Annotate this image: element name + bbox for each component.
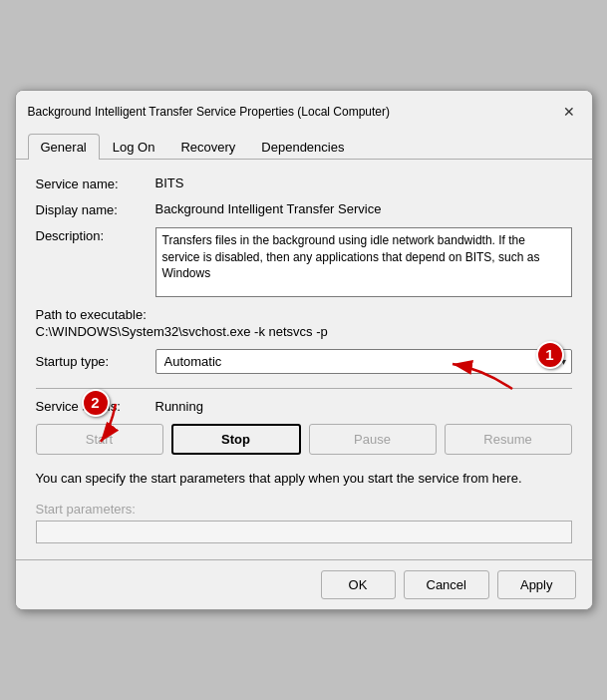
service-status-row: Service status: Running: [36, 399, 572, 414]
path-section: Path to executable: C:\WINDOWS\System32\…: [36, 307, 572, 339]
cancel-button[interactable]: Cancel: [404, 570, 489, 599]
ok-button[interactable]: OK: [321, 570, 396, 599]
stop-button[interactable]: Stop: [171, 424, 301, 455]
title-bar: Background Intelligent Transfer Service …: [16, 91, 592, 123]
window-title: Background Intelligent Transfer Service …: [28, 105, 391, 119]
tab-logon[interactable]: Log On: [100, 134, 168, 160]
annotation-circle-2: 2: [82, 389, 110, 417]
service-name-label: Service name:: [36, 175, 155, 191]
display-name-row: Display name: Background Intelligent Tra…: [36, 201, 572, 217]
start-params-input[interactable]: [36, 521, 572, 543]
tab-recovery[interactable]: Recovery: [167, 134, 248, 160]
pause-button[interactable]: Pause: [309, 424, 437, 455]
display-name-value: Background Intelligent Transfer Service: [155, 201, 382, 216]
description-row: Description:: [36, 227, 572, 297]
tab-content: Service name: BITS Display name: Backgro…: [16, 160, 592, 560]
annotation-circle-1: 1: [536, 341, 564, 369]
tab-general[interactable]: General: [28, 134, 100, 160]
start-button[interactable]: Start: [36, 424, 163, 455]
service-name-row: Service name: BITS: [36, 175, 572, 191]
startup-type-label: Startup type:: [36, 353, 155, 369]
startup-select-wrapper: Automatic Automatic (Delayed Start) Manu…: [155, 349, 572, 374]
startup-type-row: Startup type: Automatic Automatic (Delay…: [36, 349, 572, 374]
service-status-region: Service status: Running 2 Start: [36, 399, 572, 455]
footer: OK Cancel Apply: [16, 559, 592, 609]
tab-dependencies[interactable]: Dependencies: [248, 134, 357, 160]
info-text: You can specify the start parameters tha…: [36, 469, 572, 489]
path-label: Path to executable:: [36, 307, 572, 322]
tab-bar: General Log On Recovery Dependencies: [16, 127, 592, 160]
service-buttons-container: 2 Start Stop Pause Resume: [36, 424, 572, 455]
path-value: C:\WINDOWS\System32\svchost.exe -k netsv…: [36, 324, 572, 339]
description-textarea[interactable]: [155, 227, 572, 297]
close-button[interactable]: ✕: [558, 101, 580, 123]
description-label: Description:: [36, 227, 155, 243]
properties-window: Background Intelligent Transfer Service …: [15, 90, 593, 611]
service-status-value: Running: [155, 399, 203, 414]
service-name-value: BITS: [155, 175, 184, 190]
resume-button[interactable]: Resume: [445, 424, 572, 455]
apply-button[interactable]: Apply: [497, 570, 576, 599]
service-buttons-row: Start Stop Pause Resume: [36, 424, 572, 455]
start-params-label: Start parameters:: [36, 502, 572, 517]
display-name-label: Display name:: [36, 201, 155, 217]
startup-type-region: Startup type: Automatic Automatic (Delay…: [36, 349, 572, 374]
divider: [36, 388, 572, 389]
startup-type-select[interactable]: Automatic Automatic (Delayed Start) Manu…: [155, 349, 572, 374]
